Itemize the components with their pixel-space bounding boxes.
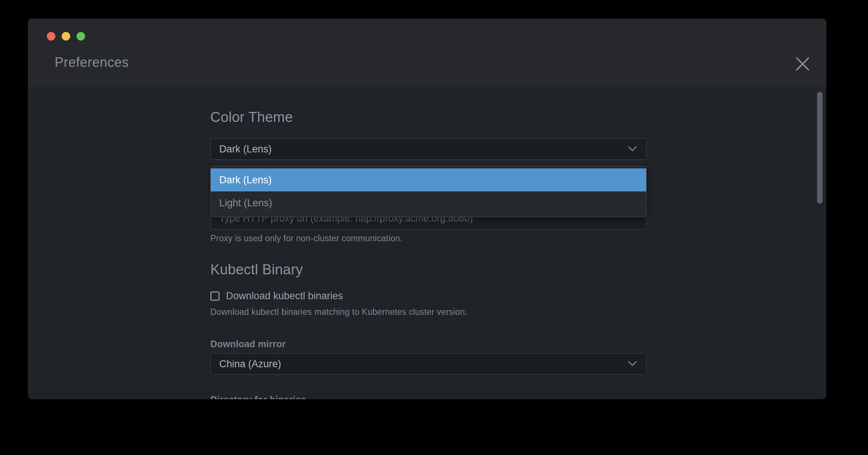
close-icon xyxy=(794,56,811,72)
color-theme-select[interactable]: Dark (Lens) xyxy=(210,138,647,160)
kubectl-binary-heading: Kubectl Binary xyxy=(210,262,647,278)
titlebar: Preferences xyxy=(28,19,826,87)
preferences-window: Preferences Color Theme Dark (Lens) Dark… xyxy=(28,19,826,399)
preferences-content: Color Theme Dark (Lens) Dark (Lens) Ligh… xyxy=(28,87,826,399)
download-kubectl-checkbox-label: Download kubectl binaries xyxy=(226,290,343,302)
download-mirror-selected-value: China (Azure) xyxy=(219,358,628,370)
maximize-traffic-light-icon[interactable] xyxy=(77,32,85,41)
color-theme-heading: Color Theme xyxy=(210,109,647,125)
proxy-help-text: Proxy is used only for non-cluster commu… xyxy=(210,233,647,243)
chevron-down-icon xyxy=(628,146,637,152)
color-theme-selected-value: Dark (Lens) xyxy=(219,143,628,155)
download-kubectl-checkbox-row[interactable]: Download kubectl binaries xyxy=(210,290,647,302)
close-traffic-light-icon[interactable] xyxy=(47,32,55,41)
dropdown-option-dark-lens[interactable]: Dark (Lens) xyxy=(211,168,646,191)
color-theme-dropdown: Dark (Lens) Light (Lens) xyxy=(210,166,647,217)
download-mirror-select[interactable]: China (Azure) xyxy=(210,353,647,375)
kubectl-description-text: Download kubectl binaries matching to Ku… xyxy=(210,307,647,317)
dropdown-option-light-lens[interactable]: Light (Lens) xyxy=(211,191,646,214)
vertical-scrollbar-thumb[interactable] xyxy=(817,92,823,204)
page-title: Preferences xyxy=(55,55,129,70)
close-button[interactable] xyxy=(794,55,812,73)
download-kubectl-checkbox[interactable] xyxy=(210,291,220,301)
traffic-lights xyxy=(47,32,85,41)
chevron-down-icon xyxy=(628,361,637,367)
download-mirror-label: Download mirror xyxy=(210,339,647,349)
minimize-traffic-light-icon[interactable] xyxy=(62,32,70,41)
directory-for-binaries-label: Directory for binaries xyxy=(210,394,647,399)
